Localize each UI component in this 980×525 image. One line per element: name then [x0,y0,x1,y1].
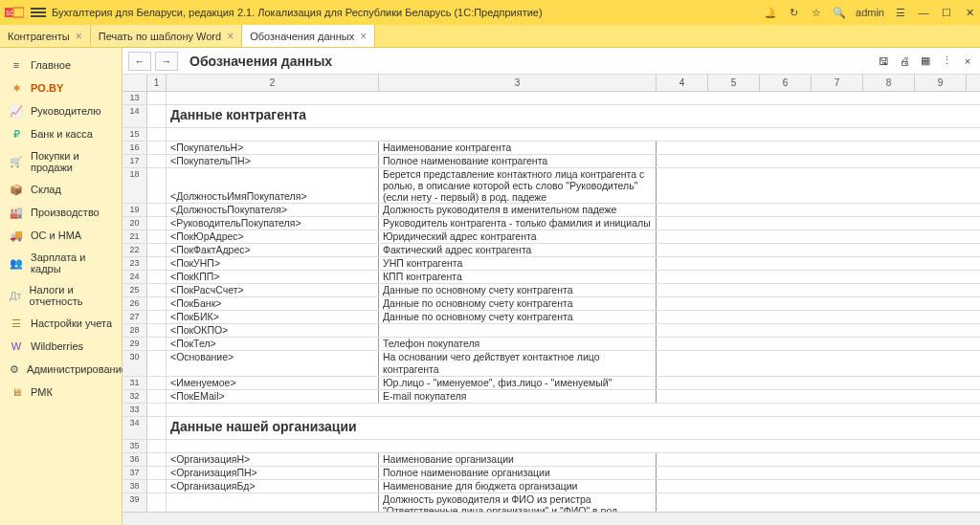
placeholder-cell[interactable]: <ПокУНП> [167,257,379,270]
tab-close-icon[interactable]: × [76,30,82,43]
spreadsheet-body[interactable]: 1314Данные контрагента1516<ПокупательН>Н… [122,92,980,512]
row-number[interactable]: 14 [122,105,147,127]
row-number[interactable]: 13 [122,92,147,104]
row-number[interactable]: 25 [122,284,147,296]
star-icon[interactable]: ☆ [810,6,823,19]
placeholder-cell[interactable]: <Именуемое> [167,377,379,389]
row-number[interactable]: 17 [122,155,147,167]
user-label[interactable]: admin [856,6,884,19]
nav-fwd-button[interactable]: → [155,52,178,71]
description-cell[interactable]: Наименование для бюджета организации [379,480,657,492]
sidebar-item-4[interactable]: 🛒Покупки и продажи [0,145,122,178]
description-cell[interactable]: Руководитель контрагента - только фамили… [379,217,657,230]
placeholder-cell[interactable]: <ПокФактАдрес> [167,244,379,256]
row-number[interactable]: 23 [122,257,147,270]
description-cell[interactable]: Юридический адрес контрагента [379,230,657,243]
description-cell[interactable]: Должность руководителя и ФИО из регистра… [379,493,657,512]
col-header-3[interactable]: 3 [379,75,657,91]
sheet-icon[interactable]: ▦ [919,55,932,68]
horizontal-scrollbar[interactable] [122,512,980,525]
row-number[interactable]: 31 [122,377,147,389]
table-row[interactable]: 22<ПокФактАдрес>Фактический адрес контра… [122,244,980,257]
sidebar-item-9[interactable]: ДтНалоги и отчетность [0,279,122,312]
row-number[interactable]: 32 [122,390,147,403]
table-row[interactable]: 34Данные нашей организации [122,417,980,440]
placeholder-cell[interactable]: <Основание> [167,351,379,376]
placeholder-cell[interactable]: <ОрганизацияПН> [167,467,379,479]
description-cell[interactable]: КПП контрагента [379,271,657,283]
placeholder-cell[interactable]: <ОрганизацияН> [167,453,379,466]
col-header-9[interactable]: 9 [915,75,967,91]
table-row[interactable]: 28<ПокОКПО> [122,324,980,338]
description-cell[interactable]: Должность руководителя в именительном па… [379,204,657,216]
sidebar-item-5[interactable]: 📦Склад [0,178,122,201]
description-cell[interactable]: На основании чего действует контактное л… [379,351,657,376]
row-number[interactable]: 19 [122,204,147,216]
description-cell[interactable]: Фактический адрес контрагента [379,244,657,256]
table-row[interactable]: 23<ПокУНП>УНП контрагента [122,257,980,271]
table-row[interactable]: 17<ПокупательПН>Полное наименование конт… [122,155,980,168]
description-cell[interactable]: Полное наименование контрагента [379,155,657,167]
description-cell[interactable]: УНП контрагента [379,257,657,270]
description-cell[interactable]: Наименование организации [379,453,657,466]
panel-close-icon[interactable]: × [961,55,974,68]
placeholder-cell[interactable]: <ПокБанк> [167,297,379,310]
description-cell[interactable]: Данные по основному счету контрагента [379,297,657,310]
tab-close-icon[interactable]: × [227,30,234,43]
row-number[interactable]: 28 [122,324,147,337]
description-cell[interactable]: Телефон покупателя [379,338,657,350]
row-number[interactable]: 36 [122,453,147,466]
save-icon[interactable]: 🖫 [877,55,890,68]
table-row[interactable]: 26<ПокБанк>Данные по основному счету кон… [122,297,980,311]
sidebar-item-1[interactable]: ✶PO.BY [0,77,122,99]
row-number[interactable]: 35 [122,440,147,452]
placeholder-cell[interactable]: <ДолжностьИмяПокупателя> [167,168,379,203]
sidebar-item-11[interactable]: WWildberries [0,335,122,358]
tab-oboznacheniya[interactable]: Обозначения данных× [242,25,375,47]
search-icon[interactable]: 🔍 [833,6,846,19]
table-row[interactable]: 30<Основание>На основании чего действует… [122,351,980,377]
sidebar-item-12[interactable]: ⚙Администрирование [0,358,122,381]
placeholder-cell[interactable]: <ПокупательПН> [167,155,379,167]
table-row[interactable]: 35 [122,440,980,453]
row-number[interactable]: 22 [122,244,147,256]
description-cell[interactable]: Берется представление контактного лица к… [379,168,657,203]
print-icon[interactable]: 🖨 [898,55,911,68]
sidebar-item-7[interactable]: 🚚ОС и НМА [0,224,122,247]
sidebar-item-13[interactable]: 🖥РМК [0,381,122,404]
description-cell[interactable] [379,324,657,337]
sidebar-item-8[interactable]: 👥Зарплата и кадры [0,247,122,279]
row-number[interactable]: 16 [122,142,147,154]
row-number[interactable]: 20 [122,217,147,230]
sidebar-item-0[interactable]: ≡Главное [0,54,122,77]
table-row[interactable]: 27<ПокБИК>Данные по основному счету конт… [122,311,980,324]
description-cell[interactable]: Полное наименование организации [379,467,657,479]
row-number[interactable]: 38 [122,480,147,492]
close-icon[interactable]: ✕ [963,6,976,19]
placeholder-cell[interactable]: <ОрганизацияБд> [167,480,379,492]
history-icon[interactable]: ↻ [787,6,800,19]
row-number[interactable]: 21 [122,230,147,243]
table-row[interactable]: 13 [122,92,980,105]
row-number[interactable]: 24 [122,271,147,283]
table-row[interactable]: 29<ПокТел>Телефон покупателя [122,338,980,351]
placeholder-cell[interactable]: <ПокРасчСчет> [167,284,379,296]
col-header-8[interactable]: 8 [863,75,915,91]
description-cell[interactable]: E-mail покупателя [379,390,657,403]
sidebar-item-10[interactable]: ☰Настройки учета [0,312,122,335]
placeholder-cell[interactable]: <ДолжностьИмяРуководителяОрганизации> [167,493,379,512]
table-row[interactable]: 21<ПокЮрАдрес>Юридический адрес контраге… [122,230,980,244]
placeholder-cell[interactable]: <ПокКПП> [167,271,379,283]
tab-close-icon[interactable]: × [360,30,367,43]
table-row[interactable]: 33 [122,404,980,417]
table-row[interactable]: 15 [122,128,980,142]
row-number[interactable]: 26 [122,297,147,310]
description-cell[interactable]: Данные по основному счету контрагента [379,284,657,296]
placeholder-cell[interactable]: <ПокЮрАдрес> [167,230,379,243]
col-header-7[interactable]: 7 [812,75,863,91]
sidebar-item-3[interactable]: ₽Банк и касса [0,122,122,145]
placeholder-cell[interactable]: <ПокБИК> [167,311,379,323]
row-number[interactable]: 33 [122,404,147,416]
description-cell[interactable]: Наименование контрагента [379,142,657,154]
table-row[interactable]: 25<ПокРасчСчет>Данные по основному счету… [122,284,980,297]
